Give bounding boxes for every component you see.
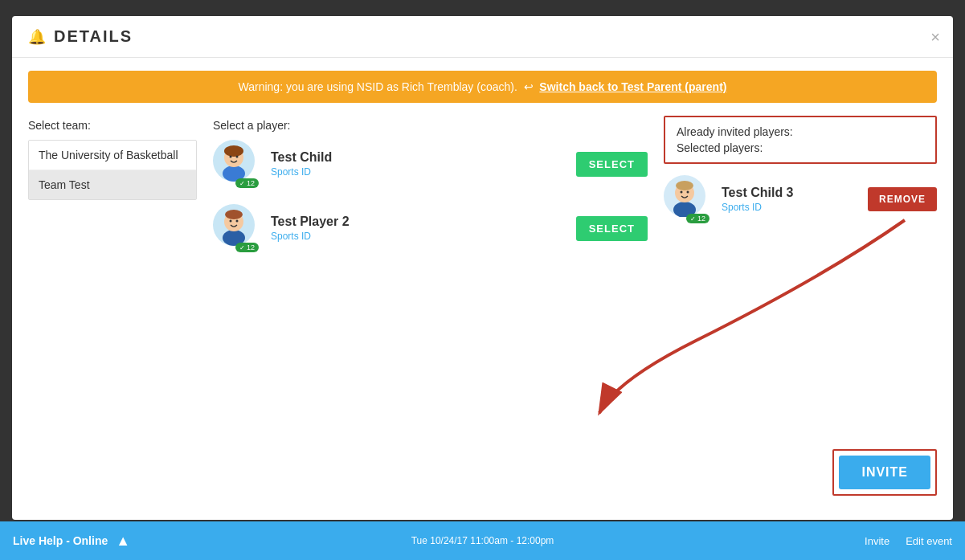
player-avatar-2: ✓ 12	[213, 204, 261, 252]
svg-point-9	[225, 210, 243, 219]
select-team-label: Select team:	[28, 119, 197, 132]
edit-event-link[interactable]: Edit event	[906, 535, 952, 547]
select-player-1-button[interactable]: SELECT	[576, 152, 648, 177]
selected-player-row: ✓ 12 Test Child 3 Sports ID REMOVE	[664, 175, 937, 223]
player-sportsid-2[interactable]: Sports ID	[271, 231, 576, 242]
chevron-up-icon[interactable]: ▲	[116, 533, 130, 550]
player-info-1: Test Child Sports ID	[271, 150, 576, 178]
svg-point-17	[687, 191, 689, 194]
remove-button[interactable]: REMOVE	[868, 187, 937, 211]
player-row-1: ✓ 12 Test Child Sports ID SELECT	[213, 140, 648, 188]
team-selection-col: Select team: The University of Basketbal…	[28, 116, 197, 520]
player-badge-1: ✓ 12	[235, 178, 259, 188]
selected-player-sportsid[interactable]: Sports ID	[722, 202, 860, 213]
team-item-1[interactable]: The University of Basketball	[29, 141, 196, 170]
svg-point-3	[224, 145, 243, 157]
player-name-1: Test Child	[271, 150, 576, 165]
player-avatar-1: ✓ 12	[213, 140, 261, 188]
selected-player-badge: ✓ 12	[686, 214, 709, 223]
player-sportsid-1[interactable]: Sports ID	[271, 166, 576, 178]
svg-point-10	[230, 220, 232, 223]
event-date-label: Tue 10/24/17 11:00am - 12:00pm	[411, 521, 554, 560]
modal-title: DETAILS	[54, 27, 133, 46]
already-invited-label: Already invited players:	[677, 125, 924, 138]
select-player-label: Select a player:	[213, 119, 648, 132]
select-player-2-button[interactable]: SELECT	[576, 216, 648, 241]
team-list: The University of Basketball Team Test	[28, 140, 197, 200]
team-item-2[interactable]: Team Test	[29, 170, 196, 199]
svg-point-16	[681, 191, 683, 194]
player-info-2: Test Player 2 Sports ID	[271, 215, 576, 242]
bottom-actions: Invite Edit event	[865, 535, 952, 547]
switch-back-link[interactable]: Switch back to Test Parent (parent)	[539, 80, 726, 93]
details-modal: 🔔 DETAILS × Warning: you are using NSID …	[12, 16, 953, 520]
selected-player-avatar: ✓ 12	[664, 175, 712, 223]
modal-body: Select team: The University of Basketbal…	[12, 116, 953, 520]
player-selection-col: Select a player:	[213, 116, 648, 520]
invited-box: Already invited players: Selected player…	[664, 116, 937, 164]
bottom-bar: Live Help - Online ▲ Tue 10/24/17 11:00a…	[0, 521, 965, 560]
svg-point-5	[236, 156, 239, 158]
invite-container: INVITE	[832, 449, 937, 496]
bottom-invite-link[interactable]: Invite	[865, 535, 889, 547]
invited-players-col: Already invited players: Selected player…	[664, 116, 937, 520]
player-name-2: Test Player 2	[271, 215, 576, 229]
close-button[interactable]: ×	[930, 29, 940, 45]
player-badge-2: ✓ 12	[235, 243, 259, 252]
player-row-2: ✓ 12 Test Player 2 Sports ID SELECT	[213, 204, 648, 252]
warning-text: Warning: you are using NSID as Rich Trem…	[239, 80, 517, 93]
selected-player-name: Test Child 3	[722, 186, 860, 200]
selected-player-info: Test Child 3 Sports ID	[722, 186, 860, 213]
modal-header: 🔔 DETAILS ×	[12, 16, 953, 58]
svg-point-4	[230, 156, 232, 158]
warning-banner: Warning: you are using NSID as Rich Trem…	[28, 71, 937, 103]
live-help-label: Live Help - Online	[13, 534, 108, 547]
selected-players-label: Selected players:	[677, 141, 924, 154]
invite-button[interactable]: INVITE	[839, 456, 930, 489]
bell-icon: 🔔	[28, 28, 46, 46]
svg-point-11	[236, 220, 239, 223]
svg-point-15	[676, 181, 693, 190]
